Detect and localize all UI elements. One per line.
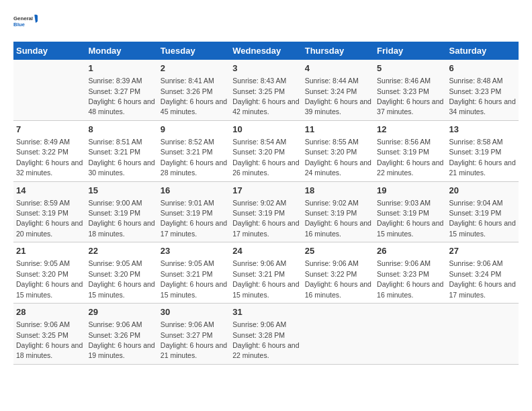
sunrise: Sunrise: 8:58 AM xyxy=(449,138,503,146)
day-number: 25 xyxy=(305,245,371,257)
sunset: Sunset: 3:22 PM xyxy=(305,270,357,278)
day-cell: 16Sunrise: 9:01 AMSunset: 3:19 PMDayligh… xyxy=(158,181,230,242)
sunrise: Sunrise: 9:02 AM xyxy=(305,199,359,207)
day-cell: 20Sunrise: 9:04 AMSunset: 3:19 PMDayligh… xyxy=(447,181,519,242)
daylight: Daylight: 6 hours and 30 minutes. xyxy=(88,158,154,177)
day-cell xyxy=(13,60,85,120)
sunrise: Sunrise: 8:39 AM xyxy=(88,77,142,85)
day-cell xyxy=(447,304,519,365)
day-cell: 13Sunrise: 8:58 AMSunset: 3:19 PMDayligh… xyxy=(447,120,519,181)
day-number: 4 xyxy=(305,62,371,75)
day-number: 16 xyxy=(161,185,227,197)
sunset: Sunset: 3:21 PM xyxy=(88,148,140,156)
col-header-sunday: Sunday xyxy=(13,42,85,60)
sunset: Sunset: 3:20 PM xyxy=(232,148,285,156)
day-cell: 23Sunrise: 9:05 AMSunset: 3:21 PMDayligh… xyxy=(158,242,230,304)
day-number: 1 xyxy=(88,62,154,75)
daylight: Daylight: 6 hours and 48 minutes. xyxy=(88,97,154,116)
sunset: Sunset: 3:25 PM xyxy=(232,87,285,95)
sunset: Sunset: 3:19 PM xyxy=(449,209,502,217)
day-cell: 1Sunrise: 8:39 AMSunset: 3:27 PMDaylight… xyxy=(85,60,157,120)
day-number: 22 xyxy=(88,245,154,257)
day-cell: 26Sunrise: 9:06 AMSunset: 3:23 PMDayligh… xyxy=(374,242,446,304)
day-number: 6 xyxy=(449,62,516,75)
day-cell xyxy=(302,304,374,365)
sunrise: Sunrise: 9:06 AM xyxy=(88,320,142,328)
week-row-4: 21Sunrise: 9:05 AMSunset: 3:20 PMDayligh… xyxy=(13,242,519,304)
daylight: Daylight: 6 hours and 16 minutes. xyxy=(377,280,443,298)
day-number: 11 xyxy=(305,124,371,136)
daylight: Daylight: 6 hours and 20 minutes. xyxy=(16,219,83,237)
daylight: Daylight: 6 hours and 15 minutes. xyxy=(16,280,83,298)
sunset: Sunset: 3:23 PM xyxy=(377,87,429,95)
calendar-table: SundayMondayTuesdayWednesdayThursdayFrid… xyxy=(13,42,519,365)
sunrise: Sunrise: 8:49 AM xyxy=(16,138,70,146)
daylight: Daylight: 6 hours and 28 minutes. xyxy=(161,158,227,177)
sunrise: Sunrise: 9:06 AM xyxy=(161,320,214,328)
week-row-5: 28Sunrise: 9:06 AMSunset: 3:25 PMDayligh… xyxy=(13,304,519,365)
sunrise: Sunrise: 8:46 AM xyxy=(377,77,431,85)
sunset: Sunset: 3:26 PM xyxy=(161,87,213,95)
sunrise: Sunrise: 9:06 AM xyxy=(232,320,286,328)
day-number: 28 xyxy=(16,306,83,318)
day-number: 13 xyxy=(449,124,516,136)
day-number: 20 xyxy=(449,185,516,197)
day-number: 19 xyxy=(377,185,443,197)
sunrise: Sunrise: 9:06 AM xyxy=(232,259,286,267)
sunrise: Sunrise: 9:06 AM xyxy=(449,259,503,267)
sunset: Sunset: 3:21 PM xyxy=(161,148,213,156)
day-cell: 18Sunrise: 9:02 AMSunset: 3:19 PMDayligh… xyxy=(302,181,374,242)
day-cell: 14Sunrise: 8:59 AMSunset: 3:19 PMDayligh… xyxy=(13,181,85,242)
daylight: Daylight: 6 hours and 37 minutes. xyxy=(377,97,443,116)
day-cell: 25Sunrise: 9:06 AMSunset: 3:22 PMDayligh… xyxy=(302,242,374,304)
sunset: Sunset: 3:23 PM xyxy=(377,270,429,278)
daylight: Daylight: 6 hours and 15 minutes. xyxy=(161,280,227,298)
sunset: Sunset: 3:20 PM xyxy=(88,270,140,278)
col-header-saturday: Saturday xyxy=(447,42,519,60)
sunset: Sunset: 3:21 PM xyxy=(232,270,285,278)
day-cell: 19Sunrise: 9:03 AMSunset: 3:19 PMDayligh… xyxy=(374,181,446,242)
day-number: 7 xyxy=(16,124,83,136)
day-cell: 6Sunrise: 8:48 AMSunset: 3:23 PMDaylight… xyxy=(447,60,519,120)
daylight: Daylight: 6 hours and 15 minutes. xyxy=(232,280,299,298)
day-number: 30 xyxy=(161,306,227,318)
sunset: Sunset: 3:19 PM xyxy=(305,209,357,217)
daylight: Daylight: 6 hours and 21 minutes. xyxy=(161,341,227,359)
daylight: Daylight: 6 hours and 16 minutes. xyxy=(305,219,371,237)
daylight: Daylight: 6 hours and 19 minutes. xyxy=(88,341,154,359)
sunrise: Sunrise: 9:05 AM xyxy=(16,259,70,267)
sunrise: Sunrise: 9:04 AM xyxy=(449,199,503,207)
logo-svg: General Blue xyxy=(13,11,38,35)
day-cell: 22Sunrise: 9:05 AMSunset: 3:20 PMDayligh… xyxy=(85,242,157,304)
day-cell: 17Sunrise: 9:02 AMSunset: 3:19 PMDayligh… xyxy=(230,181,302,242)
sunrise: Sunrise: 9:05 AM xyxy=(88,259,142,267)
sunset: Sunset: 3:19 PM xyxy=(232,209,285,217)
week-row-2: 7Sunrise: 8:49 AMSunset: 3:22 PMDaylight… xyxy=(13,120,519,181)
day-cell: 30Sunrise: 9:06 AMSunset: 3:27 PMDayligh… xyxy=(158,304,230,365)
sunset: Sunset: 3:24 PM xyxy=(449,270,502,278)
day-cell: 24Sunrise: 9:06 AMSunset: 3:21 PMDayligh… xyxy=(230,242,302,304)
col-header-thursday: Thursday xyxy=(302,42,374,60)
header: General Blue xyxy=(13,11,519,35)
daylight: Daylight: 6 hours and 16 minutes. xyxy=(305,280,371,298)
day-cell: 28Sunrise: 9:06 AMSunset: 3:25 PMDayligh… xyxy=(13,304,85,365)
day-cell: 4Sunrise: 8:44 AMSunset: 3:24 PMDaylight… xyxy=(302,60,374,120)
sunrise: Sunrise: 8:48 AM xyxy=(449,77,503,85)
day-number: 15 xyxy=(88,185,154,197)
header-row: SundayMondayTuesdayWednesdayThursdayFrid… xyxy=(13,42,519,60)
sunset: Sunset: 3:28 PM xyxy=(232,331,285,339)
day-number: 10 xyxy=(232,124,299,136)
sunrise: Sunrise: 8:52 AM xyxy=(161,138,214,146)
daylight: Daylight: 6 hours and 17 minutes. xyxy=(232,219,299,237)
sunset: Sunset: 3:19 PM xyxy=(449,148,502,156)
sunset: Sunset: 3:21 PM xyxy=(161,270,213,278)
day-cell: 7Sunrise: 8:49 AMSunset: 3:22 PMDaylight… xyxy=(13,120,85,181)
sunset: Sunset: 3:19 PM xyxy=(377,148,429,156)
day-cell: 8Sunrise: 8:51 AMSunset: 3:21 PMDaylight… xyxy=(85,120,157,181)
daylight: Daylight: 6 hours and 15 minutes. xyxy=(377,219,443,237)
sunrise: Sunrise: 9:05 AM xyxy=(161,259,214,267)
day-cell: 21Sunrise: 9:05 AMSunset: 3:20 PMDayligh… xyxy=(13,242,85,304)
day-number: 8 xyxy=(88,124,154,136)
sunrise: Sunrise: 9:06 AM xyxy=(377,259,431,267)
day-number: 27 xyxy=(449,245,516,257)
